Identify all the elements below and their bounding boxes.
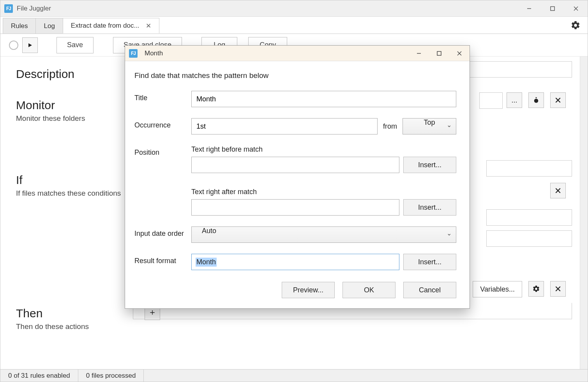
input-date-order-dropdown[interactable]: Auto [191, 226, 456, 243]
svg-marker-4 [28, 43, 32, 47]
ok-button[interactable]: OK [343, 282, 396, 298]
section-description-title: Description [16, 67, 127, 81]
dropdown-value: Auto [202, 227, 216, 235]
if-value-field-2[interactable] [486, 209, 572, 226]
tab-extract-date[interactable]: Extract date from doc... ✕ [63, 18, 159, 34]
dialog-close-button[interactable] [449, 46, 470, 61]
dialog-titlebar: FJ Month [125, 46, 470, 61]
status-rules: 0 of 31 rules enabled [0, 370, 78, 382]
cancel-button[interactable]: Cancel [403, 282, 456, 298]
remove-monitor-button[interactable] [550, 92, 566, 108]
tab-strip: Rules Log Extract date from doc... ✕ [0, 17, 588, 34]
insert-result-button[interactable]: Insert... [403, 254, 456, 270]
variables-button[interactable]: Variables... [473, 281, 522, 297]
dialog-title: Month [145, 50, 163, 57]
save-button[interactable]: Save [57, 37, 94, 53]
button-label: OK [364, 286, 374, 294]
button-label: Insert... [418, 258, 441, 266]
run-button[interactable] [22, 37, 38, 53]
insert-after-button[interactable]: Insert... [403, 199, 456, 216]
status-files: 0 files processed [78, 370, 144, 382]
dialog-description: Find date that matches the pattern below [134, 71, 456, 80]
dialog-minimize-button[interactable] [409, 46, 429, 61]
result-format-input[interactable]: Month [191, 254, 399, 270]
button-label: Variables... [480, 285, 515, 294]
minimize-button[interactable] [517, 1, 541, 16]
remove-action-button[interactable] [550, 281, 566, 297]
section-if-title: If [16, 173, 127, 187]
button-label: Preview... [293, 286, 323, 294]
browse-button[interactable]: ... [507, 92, 522, 108]
button-label: Save [67, 41, 83, 49]
svg-point-5 [534, 99, 539, 103]
section-if-sub: If files matches these conditions [16, 189, 127, 198]
month-dialog: FJ Month Find date that matches the patt… [125, 45, 470, 309]
label-title: Title [134, 91, 191, 102]
maximize-button[interactable] [541, 1, 564, 16]
result-format-value: Month [196, 258, 217, 267]
app-title: File Juggler [17, 5, 51, 12]
label-occurrence: Occurrence [134, 118, 191, 129]
label-text-after: Text right after match [191, 188, 456, 196]
section-monitor-title: Monitor [16, 99, 127, 112]
ellipsis-icon: ... [511, 96, 517, 104]
section-then-sub: Then do these actions [16, 322, 127, 331]
label-input-date-order: Input date order [134, 226, 191, 238]
app-icon: FJ [129, 49, 138, 58]
label-text-before: Text right before match [191, 145, 456, 154]
svg-rect-14 [437, 51, 441, 55]
window-controls [517, 1, 588, 16]
button-label: Insert... [418, 161, 441, 169]
label-position: Position [134, 145, 191, 157]
preview-button[interactable]: Preview... [282, 282, 335, 298]
section-then-title: Then [16, 307, 127, 320]
label-result-format: Result format [134, 254, 191, 265]
button-label: Insert... [418, 203, 441, 212]
if-value-field-3[interactable] [486, 230, 572, 247]
button-label: Cancel [419, 286, 441, 294]
timer-button[interactable] [528, 92, 544, 108]
label-from: from [383, 122, 397, 131]
dropdown-value: Top [424, 118, 435, 126]
dialog-maximize-button[interactable] [429, 46, 449, 61]
svg-rect-6 [536, 97, 537, 98]
section-monitor-sub: Monitor these folders [16, 114, 127, 123]
text-after-input[interactable] [191, 199, 399, 216]
app-icon: FJ [4, 4, 13, 13]
monitor-path-field[interactable] [479, 92, 503, 109]
occurrence-input[interactable] [191, 118, 378, 134]
then-settings-button[interactable] [528, 281, 544, 297]
close-icon[interactable]: ✕ [146, 22, 151, 30]
tab-label: Extract date from doc... [71, 22, 139, 30]
title-input[interactable] [191, 91, 456, 107]
text-before-input[interactable] [191, 157, 399, 173]
if-value-field[interactable] [486, 160, 572, 177]
section-labels: Description Monitor Monitor these folder… [0, 57, 133, 369]
insert-before-button[interactable]: Insert... [403, 157, 456, 173]
tab-label: Rules [11, 22, 28, 30]
statusbar: 0 of 31 rules enabled 0 files processed [0, 369, 588, 382]
tab-log[interactable]: Log [35, 18, 63, 34]
tab-rules[interactable]: Rules [3, 18, 36, 34]
main-titlebar: FJ File Juggler [0, 0, 588, 17]
enable-toggle-icon[interactable] [9, 41, 18, 50]
svg-rect-1 [551, 7, 554, 11]
settings-icon[interactable] [570, 20, 581, 30]
scrollbar[interactable] [580, 57, 588, 369]
close-button[interactable] [564, 1, 588, 16]
from-dropdown[interactable]: Top [403, 118, 456, 134]
remove-condition-button[interactable] [550, 183, 566, 198]
tab-label: Log [44, 22, 55, 30]
